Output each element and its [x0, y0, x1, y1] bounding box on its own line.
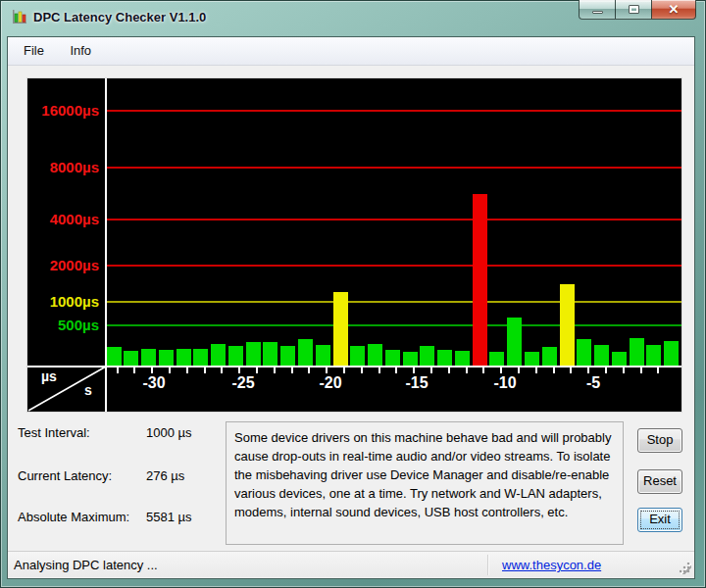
close-icon: ✕: [669, 1, 680, 19]
latency-bar: [246, 342, 261, 366]
latency-bar: [350, 346, 365, 366]
latency-bar: [211, 344, 226, 366]
test-interval-value: 1000 µs: [146, 425, 192, 440]
latency-bar: [630, 338, 644, 366]
x-axis-tick: [204, 368, 206, 373]
x-axis-tick: [291, 368, 293, 373]
menu-file[interactable]: File: [13, 37, 55, 65]
y-axis-label-1000us: 1000µs: [27, 293, 99, 310]
status-text: Analysing DPC latency ...: [14, 558, 158, 572]
latency-bar: [473, 194, 487, 366]
x-axis-label: -10: [476, 374, 534, 392]
gridline-500us: [107, 324, 681, 326]
x-axis-tick: [535, 368, 537, 373]
latency-bar: [577, 339, 591, 366]
latency-bar: [316, 345, 330, 366]
latency-bar: [594, 345, 609, 366]
y-axis-label-4000us: 4000µs: [27, 211, 99, 227]
x-axis-tick: [500, 368, 502, 373]
y-axis-label-16000us: 16000µs: [27, 102, 99, 119]
current-latency-label: Current Latency:: [18, 468, 112, 483]
x-axis-tick: [605, 368, 607, 373]
latency-bar: [525, 352, 539, 366]
advice-message-box: Some device drivers on this machine beha…: [226, 421, 624, 545]
x-axis-tick: [570, 368, 572, 373]
gridline-2000us: [107, 265, 681, 267]
test-interval-label: Test Interval:: [18, 425, 90, 440]
x-axis-tick: [117, 368, 119, 373]
latency-bar: [298, 339, 313, 366]
x-axis-tick: [518, 368, 520, 373]
x-axis-tick: [448, 368, 450, 373]
x-axis-tick: [238, 368, 240, 373]
x-axis-label: -20: [301, 374, 360, 392]
latency-bar: [368, 344, 382, 366]
latency-bar: [455, 351, 470, 366]
menu-info[interactable]: Info: [59, 37, 102, 65]
x-axis-tick: [623, 368, 625, 373]
latency-bar: [124, 351, 138, 366]
x-axis-tick: [186, 368, 188, 373]
close-button[interactable]: ✕: [651, 0, 696, 20]
x-axis-tick: [151, 368, 153, 373]
gridline-1000us: [107, 301, 681, 303]
x-axis-tick: [274, 368, 276, 373]
title-bar[interactable]: DPC Latency Checker V1.1.0 ✕: [0, 0, 706, 37]
latency-bar: [542, 347, 557, 366]
reset-button[interactable]: Reset: [637, 469, 682, 494]
x-axis-tick: [640, 368, 642, 373]
latency-bar: [437, 350, 452, 366]
latency-bar: [228, 346, 243, 366]
latency-bar: [176, 349, 191, 366]
latency-bar: [560, 284, 575, 366]
x-axis-label: -15: [387, 374, 446, 392]
latency-bar: [385, 350, 400, 366]
latency-bar: [159, 350, 174, 366]
x-axis-tick: [221, 368, 223, 373]
x-axis-tick: [343, 368, 345, 373]
latency-bar: [420, 346, 434, 366]
x-axis-tick: [361, 368, 363, 373]
x-axis-label: -30: [125, 374, 183, 392]
latency-bar: [193, 349, 208, 366]
latency-bar: [646, 345, 661, 366]
latency-bar: [612, 352, 627, 366]
current-latency-value: 276 µs: [146, 468, 184, 483]
gridline-4000us: [107, 219, 681, 220]
x-axis-tick: [553, 368, 555, 373]
x-axis-tick: [326, 368, 328, 373]
thesycon-link[interactable]: www.thesycon.de: [502, 558, 601, 572]
x-axis-tick: [657, 368, 659, 373]
maximize-button[interactable]: [615, 0, 652, 20]
absolute-maximum-label: Absolute Maximum:: [18, 510, 129, 524]
x-axis-tick: [430, 368, 432, 373]
latency-bar: [107, 347, 122, 366]
app-window: DPC Latency Checker V1.1.0 ✕ File Info µ…: [0, 0, 706, 588]
x-axis-tick: [133, 368, 135, 373]
x-axis-tick: [378, 368, 380, 373]
latency-bar: [403, 352, 418, 366]
absolute-maximum-value: 5581 µs: [146, 510, 192, 524]
latency-bar: [333, 292, 348, 366]
x-axis-tick: [413, 368, 415, 373]
x-axis-tick: [308, 368, 310, 373]
y-axis-label-8000us: 8000µs: [27, 159, 99, 175]
x-axis-tick: [395, 368, 397, 373]
x-axis-label: -25: [214, 374, 273, 392]
latency-bar: [141, 349, 156, 366]
latency-bar: [280, 346, 295, 366]
gridline-8000us: [107, 167, 681, 169]
stop-button[interactable]: Stop: [637, 428, 682, 453]
x-axis-tick: [466, 368, 468, 373]
x-axis-tick: [256, 368, 258, 373]
latency-bar: [489, 352, 504, 366]
gridline-16000us: [107, 110, 681, 112]
y-unit-label: µs: [41, 368, 57, 384]
exit-button[interactable]: Exit: [637, 508, 682, 532]
minimize-button[interactable]: [579, 0, 616, 20]
maximize-icon: [629, 5, 639, 14]
client-area: File Info µs s 16000µs8000µs4000µs2000µs…: [8, 37, 694, 578]
resize-grip-icon[interactable]: [680, 563, 691, 574]
app-icon: [12, 9, 27, 24]
latency-bar: [664, 341, 679, 366]
